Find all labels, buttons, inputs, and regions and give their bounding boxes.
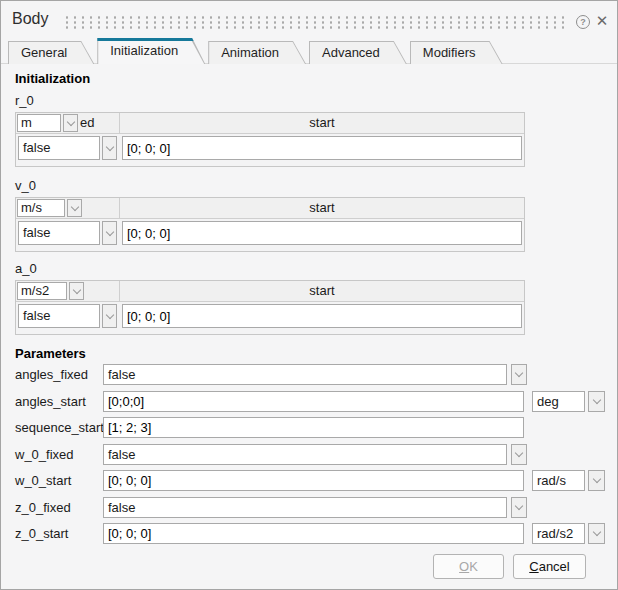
- unit-dropdown-button[interactable]: [69, 282, 84, 300]
- param-row-angles-fixed: angles_fixed false: [1, 364, 618, 385]
- r0-table-row: false: [16, 134, 524, 160]
- unit-value: m: [17, 114, 61, 132]
- param-row-z0-fixed: z_0_fixed false: [1, 497, 618, 518]
- fixed-column-header-cell: ed m: [16, 113, 120, 133]
- combobox-value: false: [18, 136, 100, 160]
- chevron-down-icon: [515, 369, 523, 377]
- w0-start-unit-combobox[interactable]: rad/s: [532, 470, 585, 491]
- z0-start-input[interactable]: [103, 523, 524, 544]
- v0-table-row: false: [16, 219, 524, 245]
- chevron-down-icon: [515, 502, 523, 510]
- tab-general[interactable]: General: [8, 41, 94, 64]
- unit-dropdown-button[interactable]: [63, 114, 78, 132]
- dialog-title: Body: [12, 10, 48, 28]
- combobox-value: false: [18, 221, 100, 245]
- label-w0-fixed: w_0_fixed: [15, 447, 74, 462]
- tab-advanced[interactable]: Advanced: [309, 41, 407, 64]
- label-angles-start: angles_start: [15, 394, 86, 409]
- angles-start-unit-combobox[interactable]: deg: [532, 391, 585, 412]
- unit-dropdown-button[interactable]: [588, 470, 605, 491]
- chevron-down-icon: [70, 202, 78, 210]
- fixed-column-header-cell: m/s2: [16, 281, 120, 301]
- v0-fixed-combobox[interactable]: false: [18, 221, 117, 245]
- tab-modifiers[interactable]: Modifiers: [410, 41, 503, 64]
- unit-value: m/s: [17, 199, 65, 217]
- chevron-down-icon: [592, 528, 600, 536]
- body-parameter-dialog: Body ? ✕ General Initialization Animatio…: [0, 0, 618, 590]
- r0-start-input[interactable]: [122, 136, 522, 160]
- v0-label: v_0: [15, 178, 36, 193]
- tab-label: General: [8, 41, 94, 64]
- label-angles-fixed: angles_fixed: [15, 367, 88, 382]
- chevron-down-icon: [592, 396, 600, 404]
- start-column-header: start: [120, 281, 524, 301]
- tab-label: Animation: [208, 41, 306, 64]
- combo-dropdown-button[interactable]: [511, 497, 527, 518]
- v0-unit-combobox[interactable]: m/s: [17, 199, 82, 217]
- param-row-sequence-start: sequence_start: [1, 417, 618, 438]
- tab-initialization[interactable]: Initialization: [97, 38, 205, 64]
- combo-dropdown-button[interactable]: [102, 304, 117, 328]
- r0-table-header: ed m start: [16, 113, 524, 134]
- start-column-header: start: [120, 113, 524, 133]
- combo-dropdown-button[interactable]: [511, 444, 527, 465]
- chevron-down-icon: [72, 285, 80, 293]
- combo-dropdown-button[interactable]: [102, 136, 117, 160]
- help-icon[interactable]: ?: [576, 15, 590, 29]
- a0-start-input[interactable]: [122, 304, 522, 328]
- unit-dropdown-button[interactable]: [67, 199, 82, 217]
- v0-start-input[interactable]: [122, 221, 522, 245]
- r0-unit-combobox[interactable]: m: [17, 114, 78, 132]
- ok-button-label: OK: [459, 559, 478, 574]
- cancel-button-label: Cancel: [529, 559, 569, 574]
- tab-label: Modifiers: [410, 41, 503, 64]
- a0-label: a_0: [15, 261, 37, 276]
- combobox-value: false: [18, 304, 100, 328]
- unit-dropdown-button[interactable]: [588, 523, 605, 544]
- param-row-angles-start: angles_start deg: [1, 391, 618, 412]
- a0-table: m/s2 start false: [15, 280, 525, 335]
- ok-button[interactable]: OK: [433, 554, 504, 579]
- z0-start-unit-combobox[interactable]: rad/s2: [532, 523, 585, 544]
- w0-fixed-combobox[interactable]: false: [103, 444, 507, 465]
- r0-table: ed m start false: [15, 112, 525, 167]
- a0-fixed-combobox[interactable]: false: [18, 304, 117, 328]
- angles-start-input[interactable]: [103, 391, 524, 412]
- fixed-header-remnant: ed: [80, 113, 94, 133]
- a0-table-row: false: [16, 302, 524, 328]
- z0-fixed-combobox[interactable]: false: [103, 497, 507, 518]
- w0-start-input[interactable]: [103, 470, 524, 491]
- param-row-w0-start: w_0_start rad/s: [1, 470, 618, 491]
- a0-unit-combobox[interactable]: m/s2: [17, 282, 84, 300]
- chevron-down-icon: [105, 310, 113, 318]
- r0-fixed-combobox[interactable]: false: [18, 136, 117, 160]
- label-w0-start: w_0_start: [15, 473, 71, 488]
- fixed-column-header-cell: m/s: [16, 198, 120, 218]
- parameters-section-heading: Parameters: [15, 346, 86, 361]
- chevron-down-icon: [592, 475, 600, 483]
- a0-table-header: m/s2 start: [16, 281, 524, 302]
- param-row-w0-fixed: w_0_fixed false: [1, 444, 618, 465]
- r0-label: r_0: [15, 93, 34, 108]
- unit-value: m/s2: [17, 282, 67, 300]
- tab-animation[interactable]: Animation: [208, 41, 306, 64]
- label-sequence-start: sequence_start: [15, 420, 104, 435]
- chevron-down-icon: [515, 449, 523, 457]
- initialization-section-heading: Initialization: [15, 71, 90, 86]
- start-column-header: start: [120, 198, 524, 218]
- combo-dropdown-button[interactable]: [511, 364, 527, 385]
- unit-dropdown-button[interactable]: [588, 391, 605, 412]
- chevron-down-icon: [66, 117, 74, 125]
- cancel-button[interactable]: Cancel: [513, 554, 586, 579]
- tab-label: Advanced: [309, 41, 407, 64]
- combo-dropdown-button[interactable]: [102, 221, 117, 245]
- v0-table-header: m/s start: [16, 198, 524, 219]
- v0-table: m/s start false: [15, 197, 525, 252]
- chevron-down-icon: [105, 142, 113, 150]
- label-z0-start: z_0_start: [15, 526, 68, 541]
- angles-fixed-combobox[interactable]: false: [103, 364, 507, 385]
- sequence-start-input[interactable]: [103, 417, 524, 438]
- param-row-z0-start: z_0_start rad/s2: [1, 523, 618, 544]
- close-icon[interactable]: ✕: [593, 12, 611, 30]
- drag-handle-dots[interactable]: [63, 15, 564, 29]
